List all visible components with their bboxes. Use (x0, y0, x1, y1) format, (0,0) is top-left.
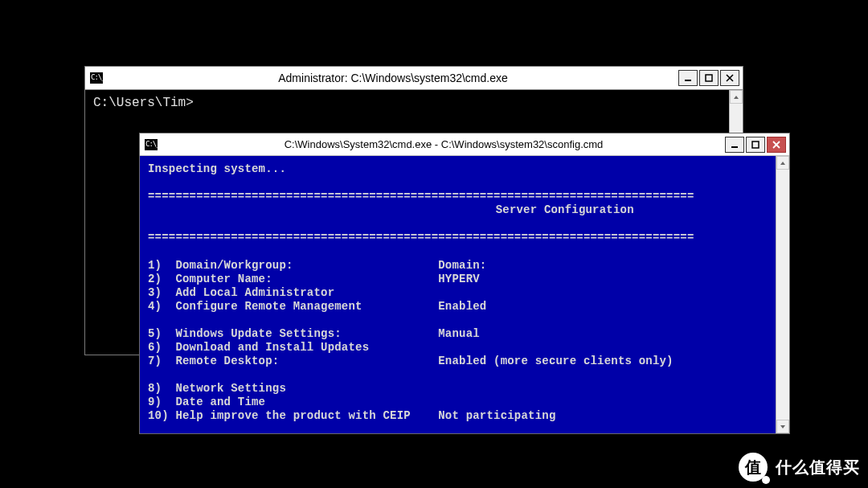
watermark-text: 什么值得买 (776, 457, 860, 478)
close-button[interactable] (720, 70, 739, 86)
svg-rect-3 (752, 141, 759, 148)
close-button[interactable] (767, 137, 786, 153)
window-control-buttons (725, 137, 786, 153)
window-title: Administrator: C:\Windows\system32\cmd.e… (108, 72, 678, 84)
scroll-down-button[interactable] (776, 420, 789, 433)
minimize-button[interactable] (725, 137, 744, 153)
cmd-window-sconfig[interactable]: C:\Windows\System32\cmd.exe - C:\Windows… (139, 133, 790, 434)
cmd-icon (90, 72, 103, 84)
scroll-up-button[interactable] (776, 156, 789, 170)
terminal-output[interactable]: Inspecting system... ===================… (140, 156, 789, 433)
inspecting-line: Inspecting system... (148, 162, 286, 175)
window-title: C:\Windows\System32\cmd.exe - C:\Windows… (162, 138, 725, 150)
prompt-line: C:\Users\Tim> (93, 96, 194, 110)
cmd-icon (145, 139, 158, 150)
window-control-buttons (678, 70, 739, 86)
watermark: 值 什么值得买 (739, 453, 860, 482)
scrollbar[interactable] (776, 156, 789, 433)
minimize-button[interactable] (678, 70, 698, 86)
menu-header: Server Configuration (148, 203, 781, 217)
maximize-button[interactable] (699, 70, 719, 86)
watermark-badge-icon: 值 (739, 453, 768, 482)
rule-line: ========================================… (148, 190, 694, 203)
scroll-up-button[interactable] (730, 90, 743, 104)
scroll-track[interactable] (776, 170, 789, 420)
menu-options[interactable]: 1) Domain/Workgroup: Domain: 2) Computer… (148, 259, 674, 433)
rule-line: ========================================… (148, 231, 694, 244)
titlebar[interactable]: C:\Windows\System32\cmd.exe - C:\Windows… (140, 133, 789, 156)
svg-rect-1 (706, 75, 712, 81)
titlebar[interactable]: Administrator: C:\Windows\system32\cmd.e… (85, 67, 743, 89)
maximize-button[interactable] (746, 137, 765, 153)
